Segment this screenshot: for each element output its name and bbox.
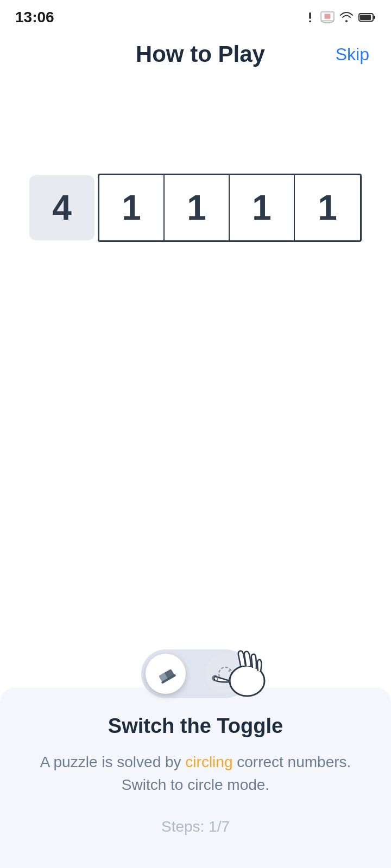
alert-icon [304,11,316,23]
grid-cells: 1 1 1 1 [98,174,362,242]
battery-icon [358,12,376,22]
toggle-knob-eraser [146,654,186,694]
svg-rect-1 [309,21,311,23]
description-line2: Switch to circle mode. [122,776,269,793]
page-title: How to Play [65,41,336,67]
bottom-area: Switch the Toggle A puzzle is solved by … [0,649,391,868]
status-icons [304,11,376,23]
cast-icon [320,11,335,23]
clue-cell: 4 [29,175,94,240]
header: How to Play Skip [0,28,391,76]
steps-indicator: Steps: 1/7 [27,818,364,835]
svg-rect-5 [360,15,371,20]
svg-rect-6 [374,16,375,19]
puzzle-grid: 4 1 1 1 1 [29,174,362,242]
toggle-illustration [0,649,391,698]
status-bar: 13:06 [0,0,391,28]
description-part2: correct numbers. [232,754,351,770]
wifi-icon [339,11,354,23]
grid-cell-0[interactable]: 1 [99,175,165,240]
eraser-icon [154,662,177,685]
highlight-word: circling [185,754,232,770]
grid-cell-2[interactable]: 1 [230,175,295,240]
info-card: Switch the Toggle A puzzle is solved by … [0,687,391,868]
card-title: Switch the Toggle [27,714,364,738]
card-description: A puzzle is solved by circling correct n… [27,751,364,796]
description-part1: A puzzle is solved by [40,754,186,770]
grid-cell-1[interactable]: 1 [165,175,230,240]
status-time: 13:06 [15,9,54,26]
svg-rect-3 [325,14,331,19]
skip-button[interactable]: Skip [336,44,369,65]
grid-cell-3[interactable]: 1 [295,175,360,240]
puzzle-area: 4 1 1 1 1 [0,174,391,242]
svg-rect-0 [309,12,311,19]
hand-cursor [206,642,277,714]
